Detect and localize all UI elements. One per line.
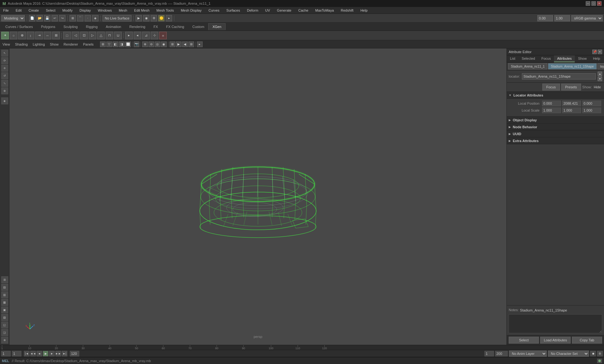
attr-tab-list[interactable]: List (507, 55, 518, 62)
tab-animation[interactable]: Animation (102, 23, 125, 30)
view-menu-show[interactable]: Show (49, 42, 60, 47)
load-attributes-button[interactable]: Load Attributes (540, 337, 570, 344)
menu-generate[interactable]: Generate (276, 8, 293, 13)
view-icon-7[interactable]: ⊖ (148, 41, 154, 47)
xgen-tool-9[interactable]: ◁ (72, 32, 79, 39)
minimize-button[interactable]: ─ (586, 1, 590, 6)
snap-view[interactable]: ◈ (92, 15, 98, 21)
menu-maxtoMaya[interactable]: MaxToMaya (314, 8, 335, 13)
tool-view1[interactable]: ▤ (1, 284, 8, 291)
render-settings[interactable]: ⚙ (151, 15, 157, 21)
section-object-display-header[interactable]: ▶ Object Display (507, 117, 604, 124)
node-tab-2[interactable]: Stadium_Arena_nc11_1Shape (548, 63, 596, 69)
view-icon-8[interactable]: ◎ (155, 41, 160, 47)
tab-fx[interactable]: FX (149, 23, 162, 30)
go-end-btn[interactable]: ►| (62, 351, 67, 356)
frame-current-display[interactable]: 1 (12, 351, 21, 356)
locator-down-btn[interactable]: ▼ (598, 77, 602, 81)
render-view[interactable]: 🟡 (158, 15, 165, 21)
view-menu-lighting[interactable]: Lighting (31, 42, 46, 47)
step-back-btn[interactable]: ◄◄ (30, 351, 36, 356)
tool-view5[interactable]: ▧ (1, 314, 8, 321)
open-btn[interactable]: 📂 (36, 15, 43, 21)
tool-view6[interactable]: ◱ (1, 322, 8, 328)
render-extra[interactable]: ▸ (166, 15, 172, 21)
xgen-tool-8[interactable]: □ (63, 32, 71, 39)
xgen-tool-15[interactable]: ▸ (125, 32, 133, 39)
xgen-tool-17[interactable]: ⊿ (142, 32, 150, 39)
view-menu-shading[interactable]: Shading (14, 42, 29, 47)
view-icon-4[interactable]: ◨ (119, 41, 125, 47)
value1-field[interactable] (537, 15, 553, 21)
hide-toggle[interactable]: Hide (594, 85, 601, 89)
tool-view3[interactable]: ▦ (1, 299, 8, 306)
menu-edit-mesh[interactable]: Edit Mesh (133, 8, 151, 13)
xgen-tool-paint[interactable]: ○ (10, 32, 17, 39)
xgen-tool-7[interactable]: ⊞ (52, 32, 60, 39)
go-start-btn[interactable]: |◄ (24, 351, 30, 356)
xgen-tool-6[interactable]: ↔ (44, 32, 51, 39)
tool-select[interactable]: ↖ (1, 50, 8, 57)
attr-tab-help[interactable]: Help (590, 55, 603, 62)
local-pos-z[interactable]: 0.000 (582, 101, 601, 106)
value2-field[interactable] (554, 15, 570, 21)
menu-windows[interactable]: Windows (97, 8, 113, 13)
tool-view7[interactable]: ◲ (1, 329, 8, 336)
xgen-tool-10[interactable]: ⊡ (80, 32, 88, 39)
new-btn[interactable]: 📄 (29, 15, 35, 21)
attr-tab-show[interactable]: Show (575, 55, 590, 62)
range-end-display[interactable]: 200 (495, 351, 508, 356)
frame-start-display[interactable]: 1 (1, 351, 11, 356)
node-tab-1[interactable]: Stadium_Arena_nc11_1 (508, 63, 547, 69)
tab-fx-caching[interactable]: FX Caching (162, 23, 188, 30)
anim-layer-dropdown[interactable]: No Anim Layer (509, 350, 547, 357)
local-scale-x[interactable]: 1.000 (542, 108, 561, 113)
copy-tab-button[interactable]: Copy Tab (572, 337, 602, 344)
attr-tab-selected[interactable]: Selected (518, 55, 538, 62)
xgen-tool-13[interactable]: ⊓ (106, 32, 113, 39)
undo-btn[interactable]: ↩ (52, 15, 58, 21)
view-icon-3[interactable]: ◧ (113, 41, 118, 47)
view-icon-10[interactable]: ▶ (176, 41, 182, 47)
redo-btn[interactable]: ↪ (59, 15, 65, 21)
xgen-tool-11[interactable]: ▷ (89, 32, 96, 39)
view-menu-panels[interactable]: Panels (82, 42, 95, 47)
snap-curve[interactable]: ⌒ (77, 15, 83, 21)
view-menu-view[interactable]: View (1, 42, 11, 47)
section-extra-attrs-header[interactable]: ▶ Extra Attributes (507, 137, 604, 144)
xgen-tool-select[interactable]: ✦ (1, 32, 9, 39)
save-btn[interactable]: 💾 (44, 15, 50, 21)
tab-rendering[interactable]: Rendering (125, 23, 149, 30)
menu-help[interactable]: Help (359, 8, 369, 13)
render-btn[interactable]: ▶ (136, 15, 142, 21)
attr-pin-btn[interactable]: 📌 (592, 50, 597, 54)
attr-tab-attributes[interactable]: Attributes (554, 55, 575, 62)
menu-file[interactable]: File (2, 8, 10, 13)
local-scale-y[interactable]: 1.000 (562, 108, 581, 113)
menu-mesh-display[interactable]: Mesh Display (180, 8, 203, 13)
view-icon-6[interactable]: ⊕ (142, 41, 148, 47)
tool-rotate[interactable]: ↺ (1, 72, 8, 79)
viewport[interactable]: Z X Y persp (9, 48, 506, 345)
local-pos-x[interactable]: 0.000 (542, 101, 561, 106)
xgen-tool-icon[interactable]: ⍟ (159, 32, 167, 39)
auto-key-btn[interactable]: ⏺ (590, 351, 596, 356)
range-start-display[interactable]: 1 (484, 351, 494, 356)
tool-move[interactable]: ✛ (1, 65, 8, 72)
menu-surfaces[interactable]: Surfaces (225, 8, 241, 13)
tool-lasso[interactable]: ⟳ (1, 57, 8, 64)
mode-dropdown[interactable]: Modeling (1, 15, 25, 21)
xgen-tool-14[interactable]: ⊔ (114, 32, 122, 39)
menu-edit[interactable]: Edit (14, 8, 23, 13)
menu-mesh-tools[interactable]: Mesh Tools (155, 8, 175, 13)
attr-close-btn[interactable]: ✕ (598, 50, 602, 54)
tool-view2[interactable]: ▥ (1, 291, 8, 298)
xgen-tool-3[interactable]: ⊕ (18, 32, 26, 39)
xgen-tool-12[interactable]: △ (97, 32, 105, 39)
menu-redshift[interactable]: Redshift (339, 8, 355, 13)
section-uuid-header[interactable]: ▶ UUID (507, 130, 604, 137)
anim-prefs-btn[interactable]: ⚙ (597, 351, 603, 356)
view-icon-11[interactable]: ◀ (182, 41, 188, 47)
tab-custom[interactable]: Custom (188, 23, 209, 30)
view-icon-cam[interactable]: 📷 (134, 41, 139, 47)
